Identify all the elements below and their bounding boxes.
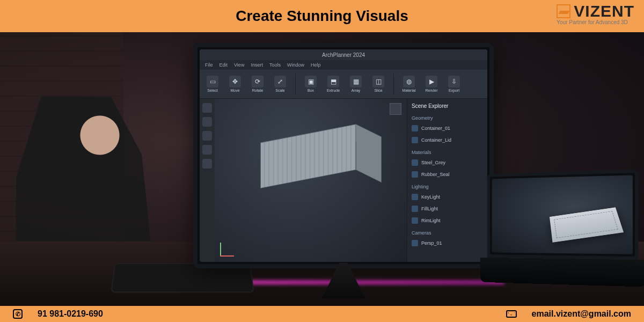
- laptop-viewport: [492, 175, 633, 254]
- cursor-icon: ▭: [207, 76, 218, 87]
- material-icon: ◍: [403, 76, 415, 87]
- scale-icon: ⤢: [274, 76, 286, 87]
- array-icon: ▦: [350, 76, 362, 87]
- sidebar-tool-icon[interactable]: [202, 117, 212, 127]
- tool-slice[interactable]: ◫Slice: [371, 74, 386, 95]
- brand-tagline: Your Partner for Advanced 3D: [557, 19, 634, 25]
- tool-export[interactable]: ⇩Export: [447, 74, 462, 95]
- render-icon: ▶: [426, 76, 437, 87]
- panel-section[interactable]: Materials: [412, 150, 483, 155]
- panel-item[interactable]: Persp_01: [412, 239, 483, 247]
- mail-icon: [506, 310, 517, 318]
- menu-item[interactable]: Window: [287, 62, 304, 68]
- material-icon: [412, 171, 418, 178]
- banner-header: Create Stunning Visuals VIZENT Your Part…: [0, 0, 644, 32]
- tool-sidebar: [200, 99, 215, 262]
- menu-item[interactable]: View: [234, 62, 244, 68]
- app-ribbon: ▭Select ✥Move ⟳Rotate ⤢Scale ▣Box ⬒Extru…: [200, 70, 487, 99]
- light-icon: [412, 217, 418, 224]
- tool-select[interactable]: ▭Select: [205, 74, 220, 95]
- banner-title: Create Stunning Visuals: [236, 8, 408, 25]
- panel-item[interactable]: Container_Lid: [412, 136, 483, 144]
- brand-logo: VIZENT Your Partner for Advanced 3D: [557, 2, 634, 25]
- app-menubar: File Edit View Insert Tools Window Help: [200, 60, 487, 70]
- sidebar-tool-icon[interactable]: [202, 145, 212, 155]
- extrude-icon: ⬒: [327, 76, 339, 87]
- model-preview: [550, 207, 624, 242]
- panel-item[interactable]: Rubber_Seal: [412, 170, 483, 179]
- tool-material[interactable]: ◍Material: [401, 74, 416, 95]
- sidebar-tool-icon[interactable]: [202, 159, 212, 169]
- move-icon: ✥: [229, 76, 241, 87]
- material-icon: [412, 159, 418, 166]
- viewcube-icon[interactable]: [390, 103, 401, 115]
- tool-render[interactable]: ▶Render: [424, 74, 439, 95]
- panel-section[interactable]: Lighting: [412, 184, 483, 189]
- contact-footer: ✆ 91 981-0219-690 email.vizent@gmail.com: [0, 306, 644, 322]
- menu-item[interactable]: Tools: [269, 62, 281, 68]
- model-shipping-container[interactable]: [273, 130, 369, 215]
- tool-move[interactable]: ✥Move: [228, 74, 243, 95]
- menu-item[interactable]: Insert: [251, 62, 263, 68]
- contact-phone: 91 981-0219-690: [38, 309, 103, 319]
- contact-email: email.vizent@gmail.com: [532, 309, 631, 319]
- tool-scale[interactable]: ⤢Scale: [273, 74, 288, 95]
- panel-item[interactable]: FillLight: [412, 204, 483, 213]
- laptop-screen: [487, 170, 639, 260]
- monitor: ArchPlanner 2024 File Edit View Insert T…: [193, 43, 494, 268]
- scene-panel: Scene Explorer Geometry Container_01 Con…: [407, 99, 487, 262]
- tool-array[interactable]: ▦Array: [348, 74, 363, 95]
- panel-item[interactable]: Steel_Grey: [412, 158, 483, 167]
- box-icon: ▣: [305, 76, 317, 87]
- tool-extrude[interactable]: ⬒Extrude: [326, 74, 341, 95]
- phone-icon: ✆: [13, 309, 23, 319]
- laptop: [487, 170, 639, 287]
- sidebar-tool-icon[interactable]: [202, 131, 212, 141]
- tool-rotate[interactable]: ⟳Rotate: [250, 74, 265, 95]
- app-titlebar: ArchPlanner 2024: [200, 49, 487, 60]
- export-icon: ⇩: [448, 76, 460, 87]
- sidebar-tool-icon[interactable]: [202, 103, 212, 113]
- app-title: ArchPlanner 2024: [322, 52, 365, 58]
- rotate-icon: ⟳: [252, 76, 264, 87]
- logo-mark-icon: [557, 4, 570, 18]
- brand-name: VIZENT: [574, 2, 634, 20]
- light-icon: [412, 194, 418, 200]
- menu-item[interactable]: File: [205, 62, 213, 68]
- slice-icon: ◫: [372, 76, 384, 87]
- panel-section[interactable]: Cameras: [412, 230, 483, 236]
- tool-box[interactable]: ▣Box: [303, 74, 318, 95]
- axis-gizmo-icon: [220, 240, 236, 257]
- camera-icon: [412, 240, 418, 246]
- monitor-screen: ArchPlanner 2024 File Edit View Insert T…: [200, 49, 487, 262]
- light-icon: [412, 206, 418, 212]
- viewport-3d[interactable]: [215, 99, 407, 262]
- panel-item[interactable]: RimLight: [412, 216, 483, 225]
- hero-photo: ArchPlanner 2024 File Edit View Insert T…: [0, 32, 644, 306]
- menu-item[interactable]: Help: [311, 62, 321, 68]
- mesh-icon: [412, 125, 418, 131]
- menu-item[interactable]: Edit: [219, 62, 228, 68]
- panel-section[interactable]: Geometry: [412, 115, 483, 121]
- mesh-icon: [412, 137, 418, 143]
- panel-item[interactable]: KeyLight: [412, 193, 483, 201]
- panel-title: Scene Explorer: [412, 103, 483, 109]
- laptop-base: [480, 258, 644, 287]
- panel-item[interactable]: Container_01: [412, 124, 483, 133]
